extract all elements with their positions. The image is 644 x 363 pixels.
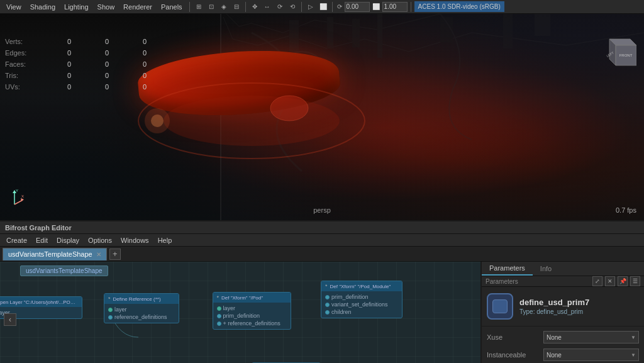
stat-tris-v1: 0 (52, 70, 71, 81)
bifrost-menu-windows[interactable]: Windows (117, 235, 153, 245)
toolbar-icon-6[interactable]: ↔ (262, 1, 273, 13)
node3-port-out2: + reference_definitions (217, 320, 287, 327)
svg-rect-3 (327, 17, 333, 48)
svg-point-14 (151, 114, 164, 127)
param-instanceable-value: None (547, 352, 562, 359)
sep1 (189, 2, 190, 12)
bifrost-menu-help[interactable]: Help (154, 235, 176, 245)
bifrost-menu-options[interactable]: Options (84, 235, 116, 245)
toolbar-icon-2[interactable]: ⊡ (206, 1, 217, 13)
breadcrumb-label: usdVariantsTemplateShape (20, 265, 108, 276)
nav-cube[interactable]: LEFT FRONT (602, 33, 636, 67)
params-node-info: define_usd_prim7 Type: define_usd_prim (482, 287, 644, 327)
stat-uvs-label: UVs: (5, 81, 33, 92)
toolbar-icon-7[interactable]: ⟳ (274, 1, 286, 13)
stat-edges-v2: 0 (90, 47, 109, 59)
graph-tab-label: usdVariantsTemplateShape (8, 250, 92, 258)
stat-faces-label: Faces: (5, 59, 33, 70)
graph-tab-main[interactable]: usdVariantsTemplateShape ✕ (3, 248, 107, 260)
viewport[interactable]: Verts: 0 0 0 Edges: 0 0 0 Faces: 0 0 0 T… (0, 14, 644, 220)
toolbar-icon-1[interactable]: ⊞ (193, 1, 204, 13)
svg-rect-4 (352, 19, 360, 47)
menu-show[interactable]: Show (94, 2, 119, 12)
stat-verts-v3: 0 (128, 36, 147, 47)
node-icon-large-inner (492, 299, 508, 313)
color-mode-button[interactable]: ACES 1.0 SDR-video (sRGB) (414, 1, 504, 12)
stat-edges-label: Edges: (5, 47, 33, 59)
param-instanceable-label: Instanceable (487, 351, 543, 359)
dropdown-arrow-xuse: ▼ (631, 335, 636, 340)
param-instanceable-dropdown[interactable]: None ▼ (543, 349, 639, 361)
menu-renderer[interactable]: Renderer (119, 2, 156, 12)
toolbar-icon-8[interactable]: ⟲ (287, 1, 298, 13)
node-def-xform-pod-module[interactable]: * Def "Xform" "/Pod_Module" prim_definit… (352, 281, 371, 303)
node4-port-out1: prim_definition (325, 294, 398, 300)
param-xuse-dropdown[interactable]: None ▼ (543, 331, 639, 343)
menu-lighting[interactable]: Lighting (60, 2, 92, 12)
node-icon-large (487, 293, 513, 320)
axis-indicator: Y X (5, 189, 24, 208)
input2-field[interactable] (382, 2, 408, 12)
param-row-xuse: Xuse None ▼ (487, 330, 639, 344)
toolbar-icon-5[interactable]: ✥ (249, 1, 260, 13)
stat-verts-v1: 0 (52, 36, 71, 47)
node4-port-out3: children (325, 309, 398, 315)
dropdown-arrow-instanceable: ▼ (631, 352, 636, 358)
bifrost-tabbar: usdVariantsTemplateShape ✕ + (0, 247, 644, 262)
sep2 (245, 2, 246, 12)
stat-uvs-v3: 0 (128, 81, 147, 92)
toolbar-icon-10[interactable]: ⬜ (318, 1, 329, 13)
params-tab-info[interactable]: Info (533, 262, 559, 275)
node-open-layer[interactable]: * Open Layer "C:/Users/johnf/...POD_V02/… (25, 296, 44, 319)
bifrost-menu-edit[interactable]: Edit (32, 235, 52, 245)
bifrost-menu-create[interactable]: Create (3, 235, 31, 245)
stat-uvs-v1: 0 (52, 81, 71, 92)
node3-port-in: layer (217, 305, 287, 311)
node2-port-in-dot (108, 308, 113, 312)
node-define-reference[interactable]: * Define Reference (**) layer reference_… (132, 293, 151, 316)
bifrost-titlebar: Bifrost Graph Editor (0, 221, 644, 234)
params-fields: Xuse None ▼ Instanceable None ▼ — Varian… (482, 327, 644, 363)
nav-cube-front-label: FRONT (619, 53, 633, 57)
param-xuse-label: Xuse (487, 333, 543, 341)
bifrost-menu-display[interactable]: Display (53, 235, 83, 245)
node4-port-out1-dot (325, 295, 330, 299)
node2-port-in: layer (108, 306, 175, 313)
menu-view[interactable]: View (3, 2, 25, 12)
node-name: define_usd_prim7 (519, 298, 589, 307)
param-row-instanceable: Instanceable None ▼ (487, 348, 639, 362)
svg-rect-5 (377, 14, 382, 58)
toolbar-icon-4[interactable]: ⊟ (231, 1, 242, 13)
params-menu-btn[interactable]: ☰ (630, 276, 640, 286)
tab-add-button[interactable]: + (109, 249, 121, 260)
node2-asterisk: * (108, 296, 111, 302)
viewport-camera-label: persp (313, 206, 331, 214)
node2-title: Define Reference (**) (113, 296, 161, 302)
params-tab-parameters[interactable]: Parameters (482, 262, 533, 276)
params-tabs: Parameters Info (482, 262, 644, 276)
svg-text:X: X (21, 194, 24, 198)
stat-tris-label: Tris: (5, 70, 33, 81)
input1-field[interactable] (345, 2, 370, 12)
menu-shading[interactable]: Shading (26, 2, 59, 12)
node2-port-out: reference_definitions (108, 314, 175, 320)
params-close-btn[interactable]: ✕ (605, 276, 615, 286)
tab-close-icon[interactable]: ✕ (96, 251, 101, 258)
stat-tris-v2: 0 (90, 70, 109, 81)
graph-canvas[interactable]: ‹ usdVariantsTemplateShape * (0, 262, 480, 363)
svg-point-15 (270, 96, 308, 121)
params-expand-btn[interactable]: ⤢ (592, 276, 602, 286)
viewport-fps: 0.7 fps (616, 206, 636, 214)
stat-edges-v3: 0 (128, 47, 147, 59)
stat-faces-v1: 0 (52, 59, 71, 70)
node4-title: Def "Xform" "/Pod_Module" (330, 284, 391, 289)
toolbar-icon-9[interactable]: ▷ (305, 1, 316, 13)
nav-back-arrow[interactable]: ‹ (4, 313, 16, 326)
menu-panels[interactable]: Panels (157, 2, 186, 12)
top-menubar: View Shading Lighting Show Renderer Pane… (0, 0, 644, 14)
params-pin-btn[interactable]: 📌 (618, 276, 628, 286)
input2-label: ⬜ (371, 3, 381, 10)
node4-asterisk: * (325, 283, 328, 289)
toolbar-icon-3[interactable]: ◈ (218, 1, 230, 13)
node-def-xform-pod[interactable]: * Def "Xform" "/Pod" layer prim_definiti… (242, 292, 261, 315)
